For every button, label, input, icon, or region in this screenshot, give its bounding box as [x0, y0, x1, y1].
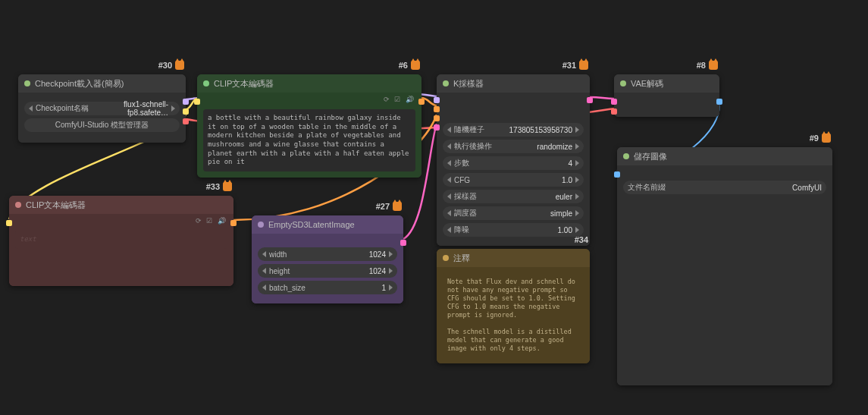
node-title: EmptySD3LatentImage	[268, 220, 355, 229]
filename-prefix-widget[interactable]: 文件名前綴 ComfyUI	[623, 181, 826, 194]
output-port-vae[interactable]	[183, 118, 189, 124]
sampler-widget[interactable]: 採樣器euler	[443, 190, 584, 203]
node-save-image[interactable]: #9 儲存圖像 文件名前綴 ComfyUI	[617, 147, 832, 385]
batch-size-widget[interactable]: batch_size1	[258, 281, 397, 294]
seed-widget[interactable]: 隨機種子173805153958730	[443, 123, 584, 137]
node-header[interactable]: CLIP文本編碼器	[197, 74, 421, 93]
fox-icon	[822, 134, 831, 143]
node-clip-encode-negative[interactable]: #33 CLIP文本編碼器 ⟳ ☑ 🔊 text	[9, 196, 233, 286]
status-dot-icon	[15, 202, 21, 208]
node-title: 注釋	[453, 253, 470, 264]
node-header[interactable]: 注釋	[437, 249, 590, 267]
prompt-textarea[interactable]: a bottle with a beautiful rainbow galaxy…	[203, 109, 415, 171]
input-port-negative[interactable]	[434, 115, 440, 121]
height-widget[interactable]: height1024	[258, 264, 397, 278]
node-id-badge: #27	[376, 202, 402, 211]
node-header[interactable]: EmptySD3LatentImage	[252, 215, 403, 234]
status-dot-icon	[443, 80, 449, 86]
input-port-positive[interactable]	[434, 106, 440, 112]
denoise-widget[interactable]: 降噪1.00	[443, 223, 584, 237]
input-port-latent[interactable]	[434, 124, 440, 130]
node-header[interactable]: CLIP文本編碼器	[9, 196, 233, 214]
model-manager-button[interactable]: ComfyUI-Studio 模型管理器	[24, 118, 180, 132]
node-title: K採樣器	[453, 78, 484, 90]
width-widget[interactable]: width1024	[258, 247, 397, 261]
input-port-images[interactable]	[614, 171, 620, 178]
input-port-vae[interactable]	[611, 108, 617, 115]
chevron-right-icon	[171, 105, 175, 112]
fox-icon	[223, 182, 232, 191]
node-id-badge: #33	[206, 182, 232, 191]
node-title: Checkpoint載入器(簡易)	[35, 78, 124, 90]
chevron-left-icon	[29, 105, 33, 112]
output-port-conditioning[interactable]	[418, 99, 425, 105]
steps-widget[interactable]: 步數4	[443, 156, 584, 170]
node-clip-encode-positive[interactable]: #6 CLIP文本編碼器 ⟳ ☑ 🔊 a bottle with a beaut…	[197, 74, 421, 178]
node-id-badge: #34	[575, 235, 588, 244]
node-id-badge: #6	[399, 61, 420, 70]
node-header[interactable]: 儲存圖像	[617, 147, 832, 165]
node-header[interactable]: VAE解碼	[614, 74, 719, 93]
node-title: CLIP文本編碼器	[214, 78, 274, 90]
status-dot-icon	[24, 80, 30, 86]
output-port-conditioning[interactable]	[230, 220, 237, 226]
input-port-model[interactable]	[434, 97, 440, 103]
control-after-widget[interactable]: 執行後操作randomize	[443, 140, 584, 153]
fox-icon	[709, 61, 718, 70]
node-id-badge: #31	[562, 61, 588, 70]
node-id-badge: #30	[158, 61, 184, 70]
node-ksampler[interactable]: #31 K採樣器 隨機種子173805153958730 執行後操作random…	[437, 74, 590, 246]
status-dot-icon	[623, 153, 629, 159]
fox-icon	[175, 61, 184, 70]
node-mini-icons[interactable]: ⟳ ☑ 🔊	[196, 217, 227, 225]
node-title: CLIP文本編碼器	[26, 200, 86, 211]
status-dot-icon	[258, 222, 264, 228]
status-dot-icon	[203, 80, 209, 86]
fox-icon	[393, 202, 402, 211]
node-title: 儲存圖像	[634, 151, 667, 162]
fox-icon	[411, 61, 420, 70]
input-port-clip[interactable]	[194, 99, 200, 105]
node-header[interactable]: K採樣器	[437, 74, 590, 93]
prompt-textarea[interactable]: text	[15, 231, 227, 249]
status-dot-icon	[620, 80, 626, 86]
output-port-clip[interactable]	[183, 108, 189, 115]
node-vae-decode[interactable]: #8 VAE解碼	[614, 74, 719, 117]
node-id-badge: #9	[810, 134, 831, 143]
node-title: VAE解碼	[631, 78, 663, 90]
node-header[interactable]: Checkpoint載入器(簡易)	[18, 74, 186, 93]
output-port-model[interactable]	[183, 99, 189, 105]
node-empty-latent[interactable]: #27 EmptySD3LatentImage width1024 height…	[252, 215, 403, 303]
node-mini-icons[interactable]: ⟳ ☑ 🔊	[384, 96, 415, 103]
note-textarea[interactable]: Note that Flux dev and schnell do not ha…	[443, 273, 584, 357]
input-port-clip[interactable]	[6, 220, 12, 226]
scheduler-widget[interactable]: 調度器simple	[443, 206, 584, 220]
ckpt-name-selector[interactable]: Checkpoint名稱 flux1-schnell-fp8.safete…	[24, 102, 180, 115]
output-port-latent[interactable]	[400, 240, 406, 246]
node-id-badge: #8	[697, 61, 718, 70]
status-dot-icon	[443, 255, 449, 261]
output-port-image[interactable]	[716, 99, 722, 105]
node-checkpoint-loader[interactable]: #30 Checkpoint載入器(簡易) Checkpoint名稱 flux1…	[18, 74, 186, 143]
input-port-samples[interactable]	[611, 99, 617, 105]
fox-icon	[579, 61, 588, 70]
output-port-latent[interactable]	[587, 97, 593, 103]
node-note[interactable]: #34 注釋 Note that Flux dev and schnell do…	[437, 249, 590, 363]
cfg-widget[interactable]: CFG1.0	[443, 173, 584, 187]
